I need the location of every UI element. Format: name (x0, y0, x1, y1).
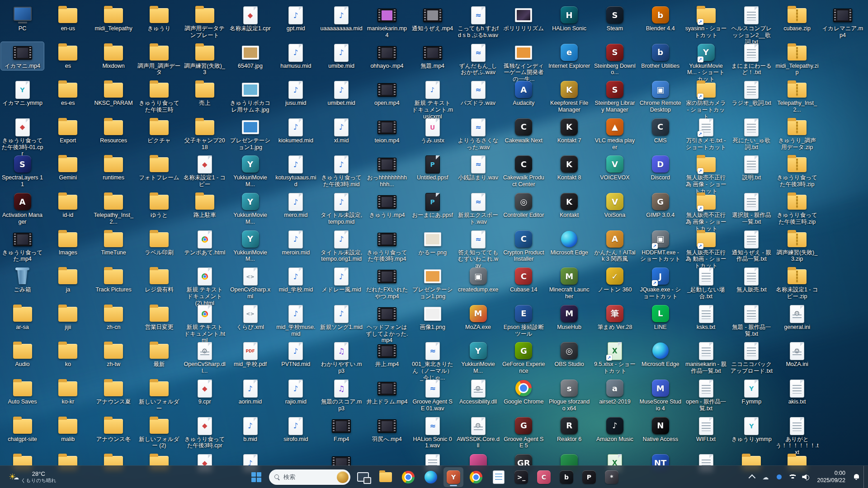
taskbar-app-p-app[interactable]: P (579, 467, 599, 487)
desktop-icon[interactable]: 名称未設定1 - コピー.zip (776, 266, 819, 301)
desktop-icon[interactable]: ◆名称未設定1.cpr (229, 5, 272, 33)
desktop-icon[interactable]: Mixdown (92, 42, 135, 70)
desktop-icon[interactable]: ⚙OpenCvSharp.dll... (183, 340, 226, 375)
desktop-icon[interactable]: 羽尻へ.mp4 (365, 415, 408, 444)
desktop-icon[interactable]: manisekarin - 親作品一覧.txt (684, 340, 727, 375)
desktop-icon[interactable]: ≈パズドラ.wav (457, 79, 500, 108)
desktop-icon[interactable]: runtimes (92, 154, 135, 182)
desktop-icon[interactable]: ヘルスコンプレッション2__歌詞.txt (730, 5, 773, 46)
desktop-icon[interactable]: J↗JQuake.exe - ショートカット (639, 266, 682, 301)
desktop-icon[interactable]: Yイカマニ.ymmp (1, 79, 44, 108)
desktop-icon[interactable]: <>くらび.xml (229, 303, 272, 332)
desktop-icon[interactable]: 調声用_調声データ (137, 42, 180, 77)
desktop-icon[interactable]: ♪hamusu.mid (274, 42, 317, 70)
desktop-icon[interactable]: F.mp4 (320, 415, 363, 444)
desktop-icon[interactable]: zh-cn (92, 303, 135, 332)
desktop-icon[interactable]: ♪b.mid (229, 415, 272, 444)
desktop-icon[interactable]: PDFmid_学校.pdf (229, 340, 272, 369)
desktop-icon[interactable]: ≈001_東北きりたん（ノーマル）_今じゃ... (411, 340, 454, 382)
desktop-icon[interactable]: ♫無題のスコア.mp3 (320, 378, 363, 413)
desktop-icon[interactable]: ↗無人販売不正行為 画像 - ショートカット (684, 154, 727, 195)
taskbar-app-chrome[interactable] (398, 467, 418, 487)
desktop-icon[interactable]: YYukkuriMovieM... (229, 191, 272, 226)
desktop-icon[interactable]: ♪uaaaaaaaaa.mid (320, 5, 363, 33)
network-button[interactable] (786, 468, 799, 486)
desktop-icon[interactable]: アナウンス夏 (92, 378, 135, 406)
desktop-icon[interactable]: KKontakt 7 (548, 117, 591, 145)
desktop-icon[interactable]: ♪タイトル未設定, tempo.orig1.mid (320, 229, 363, 264)
desktop-icon[interactable]: だれたFXいれたやつ.mp4 (365, 266, 408, 301)
desktop-icon[interactable]: きゅうり食ってた午後3時.zip (776, 154, 819, 189)
desktop-icon[interactable]: zh-tw (92, 340, 135, 369)
desktop-icon[interactable]: MMoZA.exe (457, 303, 500, 332)
desktop-icon[interactable]: 通知うぜえ.mp4 (411, 5, 454, 33)
desktop-icon[interactable]: id-id (47, 191, 90, 220)
desktop-icon[interactable]: ▲VLC media player (593, 117, 636, 152)
desktop-icon[interactable]: 新規 テキスト ドキュメント (2).html (183, 266, 226, 307)
desktop-icon[interactable]: 通知うぜえ - 親作品一覧.txt (730, 229, 773, 264)
desktop-icon[interactable]: きゅうり食ってた午後三時.zip (776, 191, 819, 226)
desktop-icon[interactable]: きゅうり食ってた午後3時.mp4 (365, 229, 408, 264)
desktop-icon[interactable]: manisekarin.mp4 (365, 5, 408, 40)
desktop-icon[interactable]: RReaktor 6 (548, 415, 591, 444)
desktop-icon[interactable]: イカレマニア.mp4 (821, 5, 864, 40)
desktop-icon[interactable]: 営業日変更 (137, 303, 180, 332)
desktop-icon[interactable]: ラベル印刷 (137, 229, 180, 257)
desktop-icon[interactable]: Telepathy_Inst_2... (92, 191, 135, 226)
desktop-icon[interactable]: きゅうり_調声用データ.zip (776, 117, 819, 152)
taskbar-app-clip-studio[interactable]: C (534, 467, 554, 487)
desktop-icon[interactable]: 65407.jpg (229, 42, 272, 70)
desktop-icon[interactable]: ピクチャ (137, 117, 180, 145)
desktop-icon[interactable]: NNative Access (639, 415, 682, 444)
desktop-icon[interactable]: 無題 - 親作品一覧.txt (730, 303, 773, 338)
desktop-icon[interactable]: きゅうり (137, 5, 180, 33)
start-button[interactable] (246, 467, 266, 487)
desktop-icon[interactable]: PUntitled.ppsf (411, 154, 454, 182)
desktop-icon[interactable]: es (47, 42, 90, 70)
desktop-icon[interactable]: ⚙Accessibility.dll (457, 378, 500, 406)
desktop-icon[interactable]: Export (47, 117, 90, 145)
desktop-icon[interactable]: SSteinberg Library Manager (593, 79, 636, 114)
desktop-icon[interactable]: 路上駐車 (183, 191, 226, 220)
desktop-icon[interactable]: DDiscord (639, 154, 682, 182)
desktop-icon[interactable]: ≈HALion Sonic 01.wav (411, 415, 454, 450)
desktop-icon[interactable]: Track Pictures (92, 266, 135, 294)
desktop-icon[interactable]: CCakewalk Product Center (502, 154, 545, 189)
desktop-icon[interactable]: ♪meroin.mid (274, 229, 317, 257)
desktop-icon[interactable]: ニコニコバックアップロード.txt (730, 340, 773, 375)
desktop-icon[interactable]: ko (47, 340, 90, 369)
desktop-icon[interactable]: プレゼンテーション1.png (411, 266, 454, 301)
desktop-icon[interactable]: ♪mid_学校muse.mid (274, 303, 317, 338)
desktop-icon[interactable]: ◎Controller Editor (502, 191, 545, 220)
desktop-icon[interactable]: YYukkuriMovieM... (229, 229, 272, 264)
desktop-icon[interactable]: SSteinberg Downlo... (593, 42, 636, 77)
desktop-icon[interactable]: ko-kr (47, 378, 90, 406)
desktop-icon[interactable]: ar-sa (1, 303, 44, 332)
desktop-icon[interactable]: aairset2-2019 (593, 378, 636, 406)
clock[interactable]: 0:00 2025/09/22 (813, 470, 849, 484)
desktop-icon[interactable]: かるー.png (411, 229, 454, 257)
desktop-icon[interactable]: フォトフレーム (137, 154, 180, 182)
desktop-icon[interactable]: 孤独なインディーゲーム開発者の一生... (502, 42, 545, 84)
desktop-icon[interactable]: LLINE (639, 303, 682, 332)
desktop-icon[interactable]: 無人販売.txt (730, 266, 773, 294)
desktop-icon[interactable]: open - 親作品一覧.txt (684, 378, 727, 413)
desktop-icon[interactable]: es-es (47, 79, 90, 108)
taskbar-app-ymm4[interactable]: Y (443, 467, 463, 487)
desktop-icon[interactable]: VVOICEVOX (593, 154, 636, 182)
desktop-icon[interactable]: CCubase 14 (502, 266, 545, 294)
desktop-icon[interactable]: chatgpt-site (1, 415, 44, 444)
desktop-icon[interactable]: ksks.txt (684, 303, 727, 332)
desktop-icon[interactable]: Auto Saves (1, 378, 44, 406)
desktop-icon[interactable]: イカマニ.mp4 (1, 42, 44, 70)
desktop-icon[interactable]: CCMS (639, 117, 682, 145)
tray-overflow-button[interactable] (745, 468, 758, 486)
desktop-icon[interactable]: きゅうり食ってた.mp4 (1, 229, 44, 264)
desktop-icon[interactable]: アナウンス冬 (92, 415, 135, 444)
desktop-icon[interactable]: ♪gpt.mid (274, 5, 317, 33)
taskbar-app-edge[interactable] (421, 467, 441, 487)
desktop-icon[interactable]: ↗無人販売不正行為 画像 - ショートカット (684, 191, 727, 233)
tray-indicator-button[interactable] (773, 468, 785, 486)
desktop-icon[interactable]: ≈ずんだもん_しおかぜふ.wav (457, 42, 500, 77)
desktop-icon[interactable]: ◎OBS Studio (548, 340, 591, 369)
